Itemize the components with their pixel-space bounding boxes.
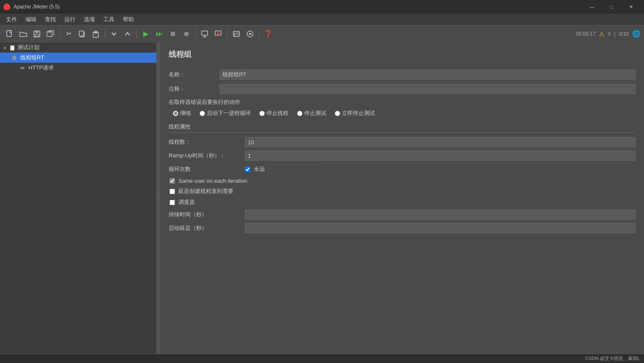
radio-stop-test[interactable]: 停止测试 bbox=[297, 109, 326, 117]
radio-stop-thread[interactable]: 停止线程 bbox=[259, 109, 289, 117]
save-all-button[interactable] bbox=[44, 28, 57, 40]
new-button[interactable] bbox=[3, 28, 16, 40]
minimize-button[interactable]: — bbox=[582, 0, 602, 14]
remote-stop-button[interactable] bbox=[212, 28, 225, 40]
svg-marker-24 bbox=[249, 33, 252, 35]
warning-count: 0 bbox=[608, 31, 611, 37]
statusbar: CSDN @艾卡西亚、暴雨L bbox=[0, 354, 644, 363]
radio-stop-thread-input[interactable] bbox=[259, 111, 265, 116]
scheduler-label: 调度器 bbox=[178, 198, 195, 206]
start-no-pause-button[interactable]: ⏭ bbox=[153, 28, 166, 40]
template-button[interactable] bbox=[230, 28, 243, 40]
save-button[interactable] bbox=[31, 28, 43, 40]
radio-stop-test-now-input[interactable] bbox=[335, 111, 340, 116]
open-button[interactable] bbox=[17, 28, 30, 40]
loop-count-label: 循环次数 bbox=[169, 165, 245, 173]
duration-input[interactable] bbox=[245, 209, 636, 220]
loop-count-row: 循环次数 永远 bbox=[169, 164, 636, 174]
expand-button[interactable] bbox=[108, 28, 120, 40]
svg-rect-2 bbox=[35, 31, 39, 33]
maximize-button[interactable]: □ bbox=[602, 0, 621, 14]
collapse-button[interactable] bbox=[121, 28, 134, 40]
app-icon bbox=[3, 3, 10, 10]
shutdown-button[interactable]: ⏺ bbox=[180, 28, 193, 40]
svg-point-21 bbox=[234, 34, 236, 35]
thread-count-input[interactable] bbox=[245, 137, 636, 147]
tree-item-test-plan[interactable]: ∨ 📋 测试计划 bbox=[0, 42, 156, 53]
statusbar-text: CSDN @艾卡西亚、暴雨L bbox=[585, 355, 640, 362]
scheduler-row: 调度器 bbox=[169, 198, 636, 206]
error-count: 0/10 bbox=[619, 31, 629, 37]
thread-count-row: 线程数： bbox=[169, 137, 636, 147]
radio-start-next-input[interactable] bbox=[200, 111, 205, 116]
tree-arrow-test-plan: ∨ bbox=[3, 45, 6, 50]
same-user-label: Same user on each iteration bbox=[178, 178, 247, 184]
stop-button[interactable]: ⏹ bbox=[167, 28, 179, 40]
toolbar-status: 00:00:17 ⚠ 0 | 0/10 🌐 bbox=[576, 30, 641, 38]
delay-thread-label: 延迟创建线程直到需要 bbox=[178, 187, 233, 195]
radio-stop-test-input[interactable] bbox=[297, 111, 303, 116]
tree-item-thread-group[interactable]: ⚙ 线程组RT bbox=[0, 53, 156, 63]
startup-delay-input[interactable] bbox=[245, 223, 636, 233]
content-panel: 线程组 名称： 注释： 在取样器错误后要执行的动作 继续 bbox=[160, 42, 644, 354]
thread-count-label: 线程数： bbox=[169, 138, 245, 146]
svg-rect-12 bbox=[94, 31, 97, 32]
toolbar: ✂ ▶ ⏭ ⏹ ⏺ ❓ 00:00:17 ⚠ 0 | bbox=[0, 25, 644, 42]
radio-start-next[interactable]: 启动下一进程循环 bbox=[200, 109, 251, 117]
duration-row: 持续时间（秒） bbox=[169, 209, 636, 220]
tree-label-thread-group: 线程组RT bbox=[20, 54, 44, 61]
remote-start-button[interactable] bbox=[198, 28, 211, 40]
close-button[interactable]: ✕ bbox=[621, 0, 641, 14]
separator-2 bbox=[105, 29, 105, 39]
menu-file[interactable]: 文件 bbox=[2, 14, 21, 25]
remote-start-all-button[interactable] bbox=[244, 28, 256, 40]
menu-edit[interactable]: 编辑 bbox=[21, 14, 41, 25]
menu-search[interactable]: 查找 bbox=[41, 14, 60, 25]
panel-resize-handle[interactable]: ⋮ bbox=[157, 42, 160, 354]
menu-run[interactable]: 运行 bbox=[60, 14, 80, 25]
radio-continue-label: 继续 bbox=[180, 109, 191, 117]
ramp-up-label: Ramp-Up时间（秒）： bbox=[169, 152, 245, 159]
globe-icon: 🌐 bbox=[632, 30, 641, 38]
sampler-error-label: 在取样器错误后要执行的动作 bbox=[169, 98, 636, 106]
startup-delay-row: 启动延迟（秒） bbox=[169, 223, 636, 233]
paste-button[interactable] bbox=[89, 28, 102, 40]
menu-help[interactable]: 帮助 bbox=[119, 14, 138, 25]
forever-checkbox[interactable] bbox=[245, 167, 250, 172]
thread-props-title: 线程属性 bbox=[169, 123, 636, 133]
duration-label: 持续时间（秒） bbox=[169, 211, 245, 218]
loop-count-input[interactable] bbox=[268, 164, 319, 174]
tree-item-http-request[interactable]: ✏ HTTP请求 bbox=[0, 63, 156, 73]
delay-thread-checkbox[interactable] bbox=[169, 189, 175, 194]
menubar: 文件 编辑 查找 运行 选项 工具 帮助 bbox=[0, 14, 644, 25]
separator-3 bbox=[136, 29, 137, 39]
delay-thread-row: 延迟创建线程直到需要 bbox=[169, 187, 636, 195]
tree-icon-test-plan: 📋 bbox=[9, 45, 16, 51]
name-input[interactable] bbox=[219, 70, 636, 80]
copy-button[interactable] bbox=[76, 28, 89, 40]
separator-4 bbox=[195, 29, 196, 39]
scheduler-checkbox[interactable] bbox=[169, 200, 175, 205]
separator-6 bbox=[259, 29, 259, 39]
ramp-up-input[interactable] bbox=[245, 151, 636, 161]
cut-button[interactable]: ✂ bbox=[62, 28, 75, 40]
titlebar: Apache JMeter (5.5) — □ ✕ bbox=[0, 0, 644, 14]
radio-continue-input[interactable] bbox=[173, 111, 178, 116]
same-user-checkbox[interactable] bbox=[169, 178, 175, 184]
radio-continue[interactable]: 继续 bbox=[173, 109, 191, 117]
menu-tools[interactable]: 工具 bbox=[99, 14, 119, 25]
svg-rect-5 bbox=[48, 31, 51, 33]
svg-rect-19 bbox=[233, 31, 239, 36]
menu-options[interactable]: 选项 bbox=[80, 14, 99, 25]
start-button[interactable]: ▶ bbox=[139, 28, 152, 40]
comment-label: 注释： bbox=[169, 85, 219, 93]
comment-input[interactable] bbox=[219, 84, 636, 94]
loop-checkbox-area: 永远 bbox=[245, 164, 319, 174]
sampler-error-radio-group: 继续 启动下一进程循环 停止线程 停止测试 bbox=[169, 109, 636, 117]
help-button[interactable]: ❓ bbox=[262, 28, 275, 40]
radio-stop-test-now[interactable]: 立即停止测试 bbox=[335, 109, 375, 117]
separator-1 bbox=[59, 29, 60, 39]
thread-props-section: 线程属性 线程数： Ramp-Up时间（秒）： 循环次数 永远 bbox=[169, 123, 636, 233]
svg-rect-9 bbox=[79, 31, 83, 36]
separator-5 bbox=[227, 29, 228, 39]
